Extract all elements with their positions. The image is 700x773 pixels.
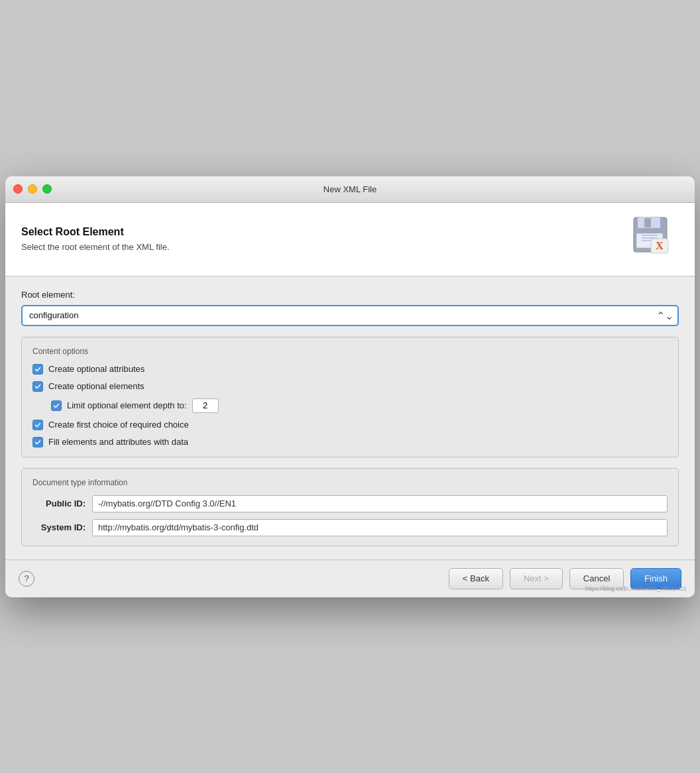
content-options-title: Content options bbox=[32, 347, 668, 356]
public-id-label: Public ID: bbox=[32, 499, 86, 508]
back-button[interactable]: < Back bbox=[449, 568, 503, 589]
public-id-row: Public ID: bbox=[32, 495, 668, 512]
help-button[interactable]: ? bbox=[19, 571, 34, 587]
create-optional-elements-label: Create optional elements bbox=[48, 381, 145, 391]
watermark-text: https://blog.csdn.net/weixin_38322421 bbox=[585, 585, 687, 592]
header-area: Select Root Element Select the root elem… bbox=[5, 203, 695, 276]
root-element-section: Root element: configuration beans mapper… bbox=[21, 290, 679, 326]
page-subtitle: Select the root element of the XML file. bbox=[21, 242, 170, 252]
limit-depth-input[interactable] bbox=[192, 398, 219, 413]
header-text: Select Root Element Select the root elem… bbox=[21, 226, 170, 252]
system-id-input[interactable] bbox=[92, 519, 668, 536]
create-first-choice-row: Create first choice of required choice bbox=[32, 420, 668, 430]
system-id-label: System ID: bbox=[32, 522, 86, 532]
fill-elements-label: Fill elements and attributes with data bbox=[48, 437, 188, 447]
public-id-input[interactable] bbox=[92, 495, 668, 512]
limit-depth-label: Limit optional element depth to: bbox=[67, 400, 187, 410]
page-title: Select Root Element bbox=[21, 226, 170, 238]
limit-depth-checkbox[interactable] bbox=[51, 400, 62, 411]
create-optional-attrs-checkbox[interactable] bbox=[32, 364, 43, 375]
svg-text:X: X bbox=[656, 240, 664, 251]
create-optional-elements-row: Create optional elements bbox=[32, 381, 668, 392]
doc-type-box: Document type information Public ID: Sys… bbox=[21, 468, 679, 546]
root-element-label: Root element: bbox=[21, 290, 679, 300]
footer-left: ? bbox=[19, 571, 34, 587]
root-element-dropdown[interactable]: configuration beans mapper bbox=[21, 305, 679, 326]
xml-file-icon: X bbox=[632, 216, 679, 263]
create-first-choice-checkbox[interactable] bbox=[32, 420, 43, 430]
maximize-button[interactable] bbox=[42, 184, 52, 194]
create-optional-attrs-label: Create optional attributes bbox=[48, 364, 145, 374]
create-optional-elements-checkbox[interactable] bbox=[32, 381, 43, 392]
close-button[interactable] bbox=[13, 184, 23, 194]
svg-rect-3 bbox=[642, 235, 658, 236]
limit-depth-row: Limit optional element depth to: bbox=[51, 398, 668, 413]
create-first-choice-label: Create first choice of required choice bbox=[48, 420, 189, 430]
system-id-row: System ID: bbox=[32, 519, 668, 536]
svg-rect-6 bbox=[644, 218, 651, 227]
doc-type-title: Document type information bbox=[32, 478, 668, 487]
main-content: Root element: configuration beans mapper… bbox=[5, 276, 695, 560]
fill-elements-row: Fill elements and attributes with data bbox=[32, 437, 668, 447]
titlebar: New XML File bbox=[5, 176, 695, 203]
next-button[interactable]: Next > bbox=[510, 568, 563, 589]
fill-elements-checkbox[interactable] bbox=[32, 437, 43, 447]
window-title: New XML File bbox=[323, 184, 377, 194]
footer: ? < Back Next > Cancel Finish https://bl… bbox=[5, 560, 695, 597]
minimize-button[interactable] bbox=[28, 184, 37, 194]
traffic-lights bbox=[13, 184, 52, 194]
create-optional-attrs-row: Create optional attributes bbox=[32, 364, 668, 375]
content-options-box: Content options Create optional attribut… bbox=[21, 337, 679, 457]
root-element-dropdown-wrapper: configuration beans mapper ⌃⌄ bbox=[21, 305, 679, 326]
